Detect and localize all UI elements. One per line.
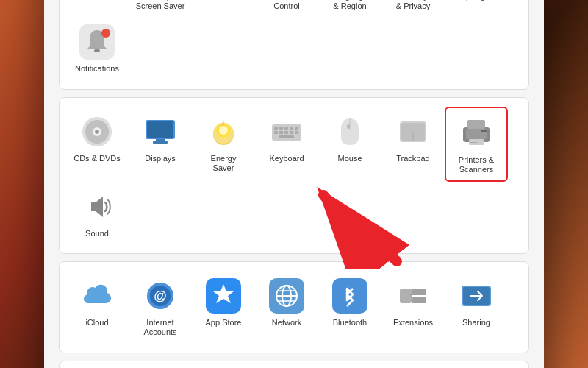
- security-label: Security& Privacy: [396, 0, 430, 11]
- desktop-item[interactable]: Desktop &Screen Saver: [129, 0, 192, 17]
- mouse-label: Mouse: [337, 154, 362, 163]
- main-content: General Desktop &Screen Saver: [44, 0, 544, 368]
- svg-rect-52: [290, 127, 293, 130]
- trackpad-label: Trackpad: [396, 154, 429, 163]
- mission-item[interactable]: MissionControl: [255, 0, 318, 17]
- notifications-label: Notifications: [75, 64, 119, 74]
- svg-rect-50: [279, 127, 283, 130]
- svg-rect-53: [295, 127, 298, 130]
- bluetooth-icon: [331, 277, 369, 315]
- cds-label: CDs & DVDs: [74, 154, 121, 163]
- sound-icon: [78, 188, 116, 226]
- spotlight-label: Spotlight: [461, 0, 492, 1]
- internet-accounts-icon: @: [141, 277, 179, 315]
- bluetooth-item[interactable]: Bluetooth: [318, 271, 381, 343]
- notifications-icon: [78, 23, 116, 61]
- svg-rect-42: [156, 139, 165, 141]
- svg-rect-49: [274, 127, 278, 130]
- svg-point-34: [101, 29, 110, 38]
- displays-icon: [141, 113, 179, 151]
- extensions-icon: [394, 277, 432, 315]
- svg-rect-51: [284, 127, 288, 130]
- language-label: Language& Region: [332, 0, 368, 11]
- svg-rect-43: [153, 141, 168, 144]
- keyboard-icon: [268, 113, 306, 151]
- svg-rect-71: [470, 142, 478, 143]
- svg-rect-87: [412, 297, 426, 303]
- svg-rect-86: [412, 289, 426, 295]
- hardware-section: CDs & DVDs Displays: [59, 97, 529, 255]
- extensions-item[interactable]: Extensions: [381, 271, 445, 343]
- trackpad-item[interactable]: Trackpad: [381, 107, 445, 182]
- svg-rect-56: [284, 131, 288, 134]
- network-item[interactable]: Network: [255, 271, 318, 343]
- language-item[interactable]: Language& Region: [318, 0, 381, 17]
- extensions-label: Extensions: [393, 318, 433, 328]
- security-item[interactable]: Security& Privacy: [381, 0, 445, 17]
- appstore-label: App Store: [206, 318, 242, 328]
- system-preferences-window: System Preferences 🔍: [44, 0, 544, 368]
- svg-point-39: [96, 130, 98, 132]
- icloud-item[interactable]: iCloud: [65, 271, 129, 343]
- network-icon: [268, 277, 306, 315]
- icloud-icon: [78, 277, 116, 315]
- energy-icon: [204, 113, 243, 151]
- svg-rect-55: [279, 131, 283, 134]
- svg-rect-85: [400, 289, 412, 303]
- svg-text:@: @: [154, 289, 167, 303]
- icloud-label: iCloud: [85, 318, 108, 328]
- personal-grid: General Desktop &Screen Saver: [65, 0, 523, 80]
- sound-item[interactable]: Sound: [65, 182, 129, 244]
- general-item[interactable]: General: [65, 0, 129, 17]
- dock-label: Dock: [214, 0, 232, 1]
- svg-rect-67: [467, 120, 485, 129]
- svg-rect-57: [290, 131, 293, 134]
- bluetooth-label: Bluetooth: [333, 318, 367, 328]
- mission-label: MissionControl: [273, 0, 300, 11]
- system-section: Users &Groups ParentalControls: [59, 361, 529, 368]
- appstore-icon: [204, 277, 243, 315]
- personal-section: General Desktop &Screen Saver: [59, 0, 529, 90]
- spotlight-item[interactable]: Spotlight: [445, 0, 508, 17]
- svg-point-47: [219, 126, 228, 135]
- network-label: Network: [272, 318, 301, 328]
- general-label: General: [82, 0, 111, 1]
- appstore-item[interactable]: App Store: [192, 271, 255, 343]
- energy-label: EnergySaver: [211, 154, 237, 173]
- energy-item[interactable]: EnergySaver: [192, 107, 255, 182]
- keyboard-item[interactable]: Keyboard: [255, 107, 318, 182]
- cds-icon: [78, 113, 116, 151]
- sharing-label: Sharing: [462, 318, 490, 328]
- sharing-item[interactable]: Sharing: [445, 271, 508, 343]
- cds-item[interactable]: CDs & DVDs: [65, 107, 129, 182]
- printers-item[interactable]: Printers &Scanners: [445, 107, 508, 182]
- displays-label: Displays: [145, 154, 176, 163]
- trackpad-icon: [394, 113, 432, 151]
- svg-rect-41: [147, 121, 173, 138]
- svg-rect-70: [470, 141, 482, 141]
- svg-rect-69: [481, 130, 487, 132]
- svg-rect-33: [94, 49, 100, 52]
- printers-icon: [457, 114, 495, 152]
- svg-rect-59: [279, 135, 294, 138]
- svg-rect-83: [332, 278, 368, 314]
- internet-accounts-item[interactable]: @ InternetAccounts: [129, 271, 192, 343]
- mouse-item[interactable]: Mouse: [318, 107, 381, 182]
- internet-section: iCloud @ InternetAccounts: [59, 261, 529, 353]
- printers-label: Printers &Scanners: [459, 155, 494, 174]
- dock-item[interactable]: Dock: [192, 0, 255, 17]
- keyboard-label: Keyboard: [269, 154, 304, 163]
- internet-grid: iCloud @ InternetAccounts: [65, 271, 523, 343]
- hardware-grid: CDs & DVDs Displays: [65, 107, 523, 245]
- internet-accounts-label: InternetAccounts: [143, 318, 176, 337]
- sound-label: Sound: [85, 229, 109, 238]
- displays-item[interactable]: Displays: [129, 107, 192, 182]
- svg-rect-61: [347, 124, 350, 129]
- sharing-icon: [457, 277, 495, 315]
- svg-rect-58: [295, 131, 298, 134]
- mouse-icon: [331, 113, 369, 151]
- notifications-item[interactable]: Notifications: [65, 17, 129, 79]
- svg-rect-54: [274, 131, 278, 134]
- desktop-label: Desktop &Screen Saver: [136, 0, 185, 11]
